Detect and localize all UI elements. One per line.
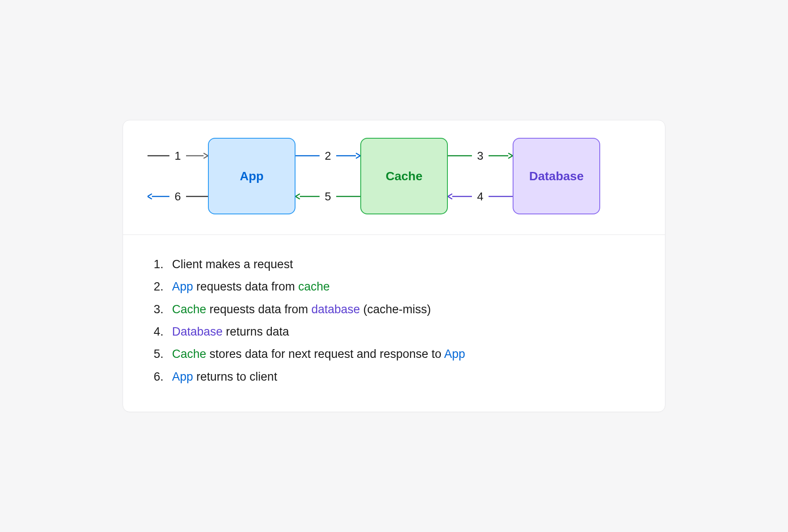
arrow-right-icon [186, 152, 208, 159]
arrow-right-icon [148, 152, 169, 159]
node-app: App [208, 138, 296, 214]
node-label: App [240, 169, 264, 183]
arrow-right-icon [489, 152, 513, 159]
arrow-right-icon [448, 152, 472, 159]
arrow-right-icon [489, 193, 513, 200]
legend-text: stores data for next request and respons… [206, 347, 444, 360]
legend-step-4: Database returns data [154, 321, 634, 343]
arrow-right-icon [296, 152, 320, 159]
legend-keyword-database: Database [172, 325, 223, 338]
arrow-label: 5 [324, 190, 332, 203]
arrow-label: 3 [476, 149, 484, 163]
arrow-label: 6 [174, 190, 182, 203]
legend-step-3: Cache requests data from database (cache… [154, 298, 634, 321]
arrow-label: 2 [324, 149, 332, 163]
legend-text: requests data from [193, 280, 298, 293]
arrow-2: 2 [296, 149, 360, 163]
legend-text: (cache-miss) [360, 303, 431, 316]
arrow-left-icon [448, 193, 472, 200]
legend-step-5: Cache stores data for next request and r… [154, 343, 634, 365]
arrow-3: 3 [448, 149, 513, 163]
legend-step-2: App requests data from cache [154, 276, 634, 298]
legend-step-1: Client makes a request [154, 253, 634, 276]
legend-text: Client makes a request [172, 258, 293, 271]
legend-keyword-database: database [311, 303, 360, 316]
legend-area: Client makes a request App requests data… [123, 235, 665, 412]
legend-text: returns data [223, 325, 289, 338]
arrow-left-icon [148, 193, 169, 200]
legend-keyword-cache: cache [298, 280, 330, 293]
arrow-left-icon [296, 193, 320, 200]
legend-text: returns to client [193, 370, 277, 383]
arrow-label: 4 [476, 190, 484, 203]
arrow-right-icon [336, 152, 360, 159]
arrow-4: 4 [448, 190, 513, 203]
node-label: Cache [386, 169, 422, 183]
legend-keyword-cache: Cache [172, 303, 206, 316]
diagram-card: 1 6 App 2 5 [123, 120, 665, 412]
legend-keyword-app: App [172, 370, 193, 383]
legend-keyword-cache: Cache [172, 347, 206, 360]
node-label: Database [529, 169, 584, 183]
node-database: Database [513, 138, 600, 214]
legend-list: Client makes a request App requests data… [154, 253, 634, 388]
arrow-right-icon [336, 193, 360, 200]
arrow-right-icon [186, 193, 208, 200]
legend-step-6: App returns to client [154, 366, 634, 388]
legend-keyword-app: App [444, 347, 465, 360]
arrow-5: 5 [296, 190, 360, 203]
arrow-1: 1 [148, 149, 208, 163]
arrow-6: 6 [148, 190, 208, 203]
legend-keyword-app: App [172, 280, 193, 293]
arrow-label: 1 [174, 149, 182, 163]
arrow-col-app-cache: 2 5 [296, 141, 360, 211]
node-cache: Cache [360, 138, 448, 214]
legend-text: requests data from [206, 303, 311, 316]
diagram-area: 1 6 App 2 5 [123, 120, 665, 235]
arrow-col-cache-db: 3 4 [448, 141, 513, 211]
arrow-col-client: 1 6 [148, 141, 208, 211]
